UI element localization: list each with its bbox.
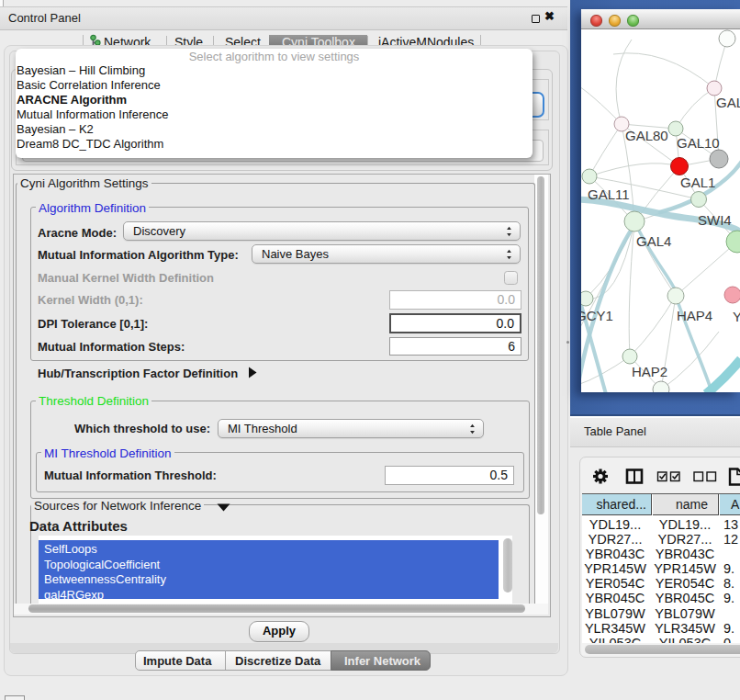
svg-text:GAL11: GAL11 <box>588 186 630 202</box>
svg-text:HAP2: HAP2 <box>632 364 667 379</box>
svg-text:GAL1: GAL1 <box>680 175 715 190</box>
svg-text:Y: Y <box>733 309 740 324</box>
svg-text:GAL80: GAL80 <box>625 128 668 143</box>
svg-text:GAL4: GAL4 <box>636 233 671 249</box>
svg-text:GAL10: GAL10 <box>677 135 720 151</box>
svg-text:GCY1: GCY1 <box>581 308 613 323</box>
svg-text:GAL: GAL <box>716 95 740 110</box>
svg-text:HAP4: HAP4 <box>677 308 712 323</box>
svg-text:SWI4: SWI4 <box>698 212 732 228</box>
